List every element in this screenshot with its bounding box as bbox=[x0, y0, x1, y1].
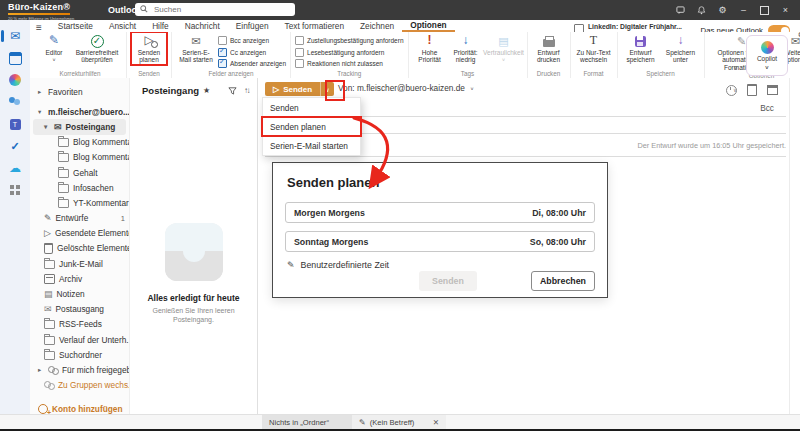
folder-icon bbox=[44, 320, 55, 329]
feedback-icon[interactable] bbox=[670, 0, 691, 20]
hamburger-menu-icon[interactable]: ≡ bbox=[36, 23, 42, 32]
tab-zeichnen[interactable]: Zeichnen bbox=[352, 21, 402, 32]
menu-item-serien-email[interactable]: Serien-E-Mail starten bbox=[263, 136, 360, 155]
tab-einfuegen[interactable]: Einfügen bbox=[228, 21, 277, 32]
plain-text-button[interactable]: T Zu Nur-Text wechseln bbox=[575, 33, 613, 65]
tab-startseite[interactable]: Startseite bbox=[50, 21, 101, 32]
tab-optionen[interactable]: Optionen bbox=[402, 20, 454, 32]
save-as-button[interactable]: ↓ Speichern unter bbox=[662, 33, 700, 65]
teams-icon[interactable]: T bbox=[0, 114, 30, 134]
chevron-down-icon: ∨ bbox=[765, 63, 770, 69]
chevron-right-icon[interactable]: ▸ bbox=[38, 366, 44, 374]
schedule-option-morgen[interactable]: Morgen Morgens Di, 08:00 Uhr bbox=[285, 202, 595, 223]
sidebar-item-yt-kommentar[interactable]: YT-Kommentar bbox=[30, 195, 129, 210]
mail-icon[interactable]: ✉ bbox=[0, 26, 30, 46]
folder-sidebar: ▸ Favoriten ▾ m.fleischer@buero... ▾ ✉ P… bbox=[30, 78, 130, 415]
high-priority-button[interactable]: ! Hohe Priorität bbox=[413, 33, 447, 65]
low-priority-button[interactable]: ↓ Priorität: niedrig bbox=[449, 33, 483, 65]
logo-underline bbox=[8, 13, 70, 15]
copilot-button[interactable]: Copilot ∨ bbox=[746, 35, 788, 76]
sidebar-item-infosachen[interactable]: Infosachen bbox=[30, 180, 129, 195]
chevron-down-icon[interactable]: ▾ bbox=[44, 123, 50, 131]
status-tab-kein-betreff[interactable]: ✎ (Kein Betreff) ✕ bbox=[352, 415, 446, 429]
close-icon[interactable]: × bbox=[775, 0, 796, 20]
sidebar-item-account[interactable]: ▾ m.fleischer@buero... bbox=[30, 104, 129, 119]
chevron-right-icon[interactable]: ▸ bbox=[38, 88, 44, 96]
folder-icon bbox=[58, 153, 69, 162]
calendar-icon[interactable] bbox=[0, 48, 30, 68]
group-label: Format bbox=[582, 70, 606, 78]
search-box[interactable] bbox=[135, 3, 295, 16]
checkbox-lesebestaetigung[interactable]: Lesebestätigung anfordern bbox=[295, 48, 403, 57]
accessibility-check-button[interactable]: ✓ Barrierefreiheit überprüfen bbox=[72, 33, 122, 65]
sidebar-item-archiv[interactable]: Archiv bbox=[30, 271, 129, 286]
custom-time-link[interactable]: ✎ Benutzerdefinierte Zeit bbox=[287, 260, 389, 270]
sidebar-item-gesendete[interactable]: ▷ Gesendete Elemente bbox=[30, 226, 129, 241]
favorite-star-icon[interactable]: ★ bbox=[203, 86, 210, 95]
bcc-link[interactable]: Bcc bbox=[760, 103, 774, 113]
chevron-down-icon[interactable]: ▾ bbox=[38, 108, 44, 116]
microsoft365-icon[interactable] bbox=[0, 70, 30, 90]
discard-trash-icon[interactable] bbox=[747, 84, 757, 96]
logo-title: Büro-Kaizen® bbox=[8, 2, 98, 12]
maximize-icon[interactable] bbox=[754, 0, 775, 20]
sidebar-item-rss-feeds[interactable]: RSS-Feeds bbox=[30, 317, 129, 332]
empty-inbox-illustration bbox=[165, 223, 223, 281]
status-tab-ordner[interactable]: Nichts in „Ordner“ bbox=[262, 415, 352, 429]
sidebar-item-notizen[interactable]: ▤ Notizen bbox=[30, 286, 129, 301]
sort-icon[interactable]: ↑↓ bbox=[244, 86, 249, 95]
from-field[interactable]: Von: m.fleischer@buero-kaizen.de ∨ bbox=[338, 83, 474, 93]
sidebar-item-blog-kommentar-2[interactable]: Blog Kommentar ... bbox=[30, 150, 129, 165]
sidebar-item-verlauf[interactable]: Verlauf der Unterh... bbox=[30, 332, 129, 347]
todo-icon[interactable]: ✓ bbox=[0, 136, 30, 156]
apps-icon[interactable] bbox=[0, 180, 30, 200]
print-draft-button[interactable]: Entwurf drucken bbox=[532, 33, 566, 65]
sidebar-item-entwuerfe[interactable]: ✎ Entwürfe 1 bbox=[30, 211, 129, 226]
schedule-option-sonntag[interactable]: Sonntag Morgens So, 08:00 Uhr bbox=[285, 231, 595, 252]
checkbox-reaktionen[interactable]: Reaktionen nicht zulassen bbox=[295, 59, 403, 68]
sidebar-item-postausgang[interactable]: ✉ Postausgang bbox=[30, 302, 129, 317]
search-input[interactable] bbox=[152, 4, 276, 15]
mail-merge-button[interactable]: ✉ Serien-E-Mail starten bbox=[176, 33, 216, 65]
checkbox-absender-anzeigen[interactable]: Absender anzeigen bbox=[218, 59, 286, 68]
sidebar-item-junk[interactable]: Junk-E-Mail bbox=[30, 256, 129, 271]
junk-folder-icon bbox=[44, 260, 55, 269]
filter-icon[interactable] bbox=[228, 86, 237, 95]
trash-icon bbox=[44, 243, 53, 254]
onedrive-icon[interactable]: ☁ bbox=[0, 158, 30, 178]
snooze-clock-icon[interactable]: ∨ bbox=[726, 85, 737, 96]
tab-nachricht[interactable]: Nachricht bbox=[177, 21, 228, 32]
status-bar: Nichts in „Ordner“ ✎ (Kein Betreff) ✕ bbox=[0, 414, 800, 429]
settings-gear-icon[interactable]: ⚙ bbox=[712, 0, 733, 20]
sidebar-item-fuer-mich-freigegeben[interactable]: ▸ Für mich freigegeb... bbox=[30, 362, 129, 377]
checkbox-cc-anzeigen[interactable]: Cc anzeigen bbox=[218, 48, 286, 57]
checkbox-bcc-anzeigen[interactable]: Bcc anzeigen bbox=[218, 36, 286, 45]
save-draft-button[interactable]: Entwurf speichern bbox=[622, 33, 660, 65]
sidebar-item-suchordner[interactable]: Suchordner bbox=[30, 347, 129, 362]
sidebar-item-gehalt[interactable]: Gehalt bbox=[30, 165, 129, 180]
sidebar-item-posteingang[interactable]: ▾ ✉ Posteingang bbox=[33, 119, 126, 134]
dialog-cancel-button[interactable]: Abbrechen bbox=[531, 271, 595, 291]
tab-ansicht[interactable]: Ansicht bbox=[101, 21, 144, 32]
minimize-icon[interactable]: – bbox=[733, 0, 754, 20]
low-priority-icon: ↓ bbox=[463, 34, 469, 48]
collapse-ribbon-icon[interactable]: ∨ bbox=[733, 64, 738, 72]
tab-text-formatieren[interactable]: Text formatieren bbox=[277, 21, 352, 32]
send-button[interactable]: ▷ Senden bbox=[265, 82, 320, 96]
close-icon[interactable]: ✕ bbox=[433, 418, 439, 427]
people-icon[interactable] bbox=[0, 92, 30, 112]
sidebar-item-blog-kommentar-1[interactable]: Blog Kommentar ... bbox=[30, 135, 129, 150]
checkbox-zustellungsbestaetigung[interactable]: Zustellungsbestätigung anfordern bbox=[295, 36, 403, 45]
editor-button[interactable]: ✎ Editor ∨ bbox=[38, 33, 70, 64]
search-folder-icon bbox=[44, 351, 55, 360]
tab-hilfe[interactable]: Hilfe bbox=[144, 21, 177, 32]
notifications-bell-icon[interactable] bbox=[691, 0, 712, 20]
sidebar-item-geloeschte[interactable]: Gelöschte Elemente bbox=[30, 241, 129, 256]
chevron-down-icon: ∨ bbox=[501, 57, 505, 62]
menu-item-senden[interactable]: Senden bbox=[263, 98, 360, 117]
sidebar-item-zu-gruppen[interactable]: Zu Gruppen wechs... bbox=[30, 378, 129, 393]
open-in-window-icon[interactable] bbox=[767, 85, 778, 95]
sidebar-item-favoriten[interactable]: ▸ Favoriten bbox=[30, 84, 129, 99]
menu-item-senden-planen[interactable]: Senden planen bbox=[263, 117, 360, 136]
schedule-send-button[interactable]: ▷ Senden planen bbox=[131, 33, 167, 65]
